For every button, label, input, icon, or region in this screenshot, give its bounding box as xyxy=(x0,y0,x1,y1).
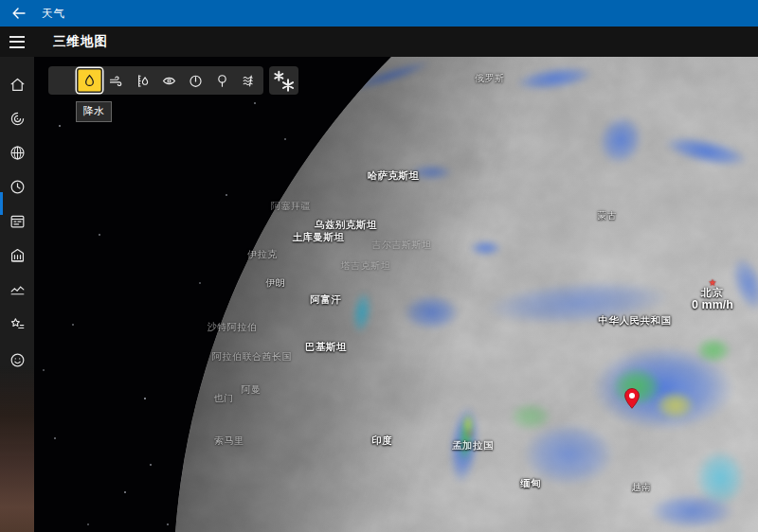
sidebar-item-radar[interactable] xyxy=(0,104,34,133)
star-dot xyxy=(144,398,146,399)
star-dot xyxy=(54,437,56,439)
star-dot xyxy=(254,102,256,104)
layer-button-group xyxy=(48,66,263,95)
star-dot xyxy=(284,138,286,140)
sidebar xyxy=(0,57,34,532)
title-bar: 天气 xyxy=(0,0,758,27)
back-arrow-icon xyxy=(12,8,26,19)
window-title: 天气 xyxy=(42,7,65,21)
ski-snowflakes-button[interactable] xyxy=(269,66,298,95)
precipitation-layer-button[interactable] xyxy=(77,68,102,93)
star-dot xyxy=(124,491,126,493)
layer-tooltip: 降水 xyxy=(76,101,112,122)
selected-item-accent xyxy=(0,192,3,215)
star-dot xyxy=(87,523,89,525)
sidebar-background-photo xyxy=(0,366,34,532)
star-dot xyxy=(150,464,152,466)
hamburger-menu-icon[interactable] xyxy=(0,27,34,57)
layer-toolbar xyxy=(48,66,298,95)
star-dot xyxy=(99,234,100,236)
page-title: 三维地图 xyxy=(53,33,108,50)
sidebar-item-monthly[interactable] xyxy=(0,206,34,235)
sidebar-item-hourly[interactable] xyxy=(0,172,34,201)
star-dot xyxy=(72,324,74,326)
wind-layer-button[interactable] xyxy=(103,68,129,93)
app-header: 三维地图 xyxy=(0,27,758,57)
cloud-layers-button[interactable] xyxy=(236,68,262,93)
star-dot xyxy=(226,194,227,196)
weather-app-window: 俄罗斯哈萨克斯坦蒙古阿塞拜疆乌兹别克斯坦土库曼斯坦吉尔吉斯斯坦塔吉克斯坦伊拉克伊… xyxy=(0,0,758,532)
sidebar-item-history[interactable] xyxy=(0,275,34,303)
sidebar-item-home[interactable] xyxy=(0,70,34,98)
sidebar-item-pollen[interactable] xyxy=(0,240,34,269)
beijing-station-label: ★ 北京 0 mm/h xyxy=(692,278,733,311)
sidebar-item-3d-maps[interactable] xyxy=(0,138,34,167)
sidebar-item-favorites[interactable] xyxy=(0,310,34,338)
beijing-precip-value: 0 mm/h xyxy=(692,298,733,311)
red-star-icon: ★ xyxy=(692,278,733,287)
visibility-layer-button[interactable] xyxy=(156,68,182,93)
star-dot xyxy=(167,523,169,525)
back-button[interactable] xyxy=(0,0,38,27)
star-dot xyxy=(59,125,61,127)
temperature-layer-button[interactable] xyxy=(50,68,76,93)
pressure-layer-button[interactable] xyxy=(183,68,208,93)
red-location-pin-icon[interactable] xyxy=(623,387,641,414)
star-dot xyxy=(43,369,45,371)
star-dot xyxy=(199,282,201,284)
dew-point-layer-button[interactable] xyxy=(130,68,155,93)
beijing-city-name: 北京 xyxy=(692,287,733,298)
balloon-layer-button[interactable] xyxy=(209,68,235,93)
